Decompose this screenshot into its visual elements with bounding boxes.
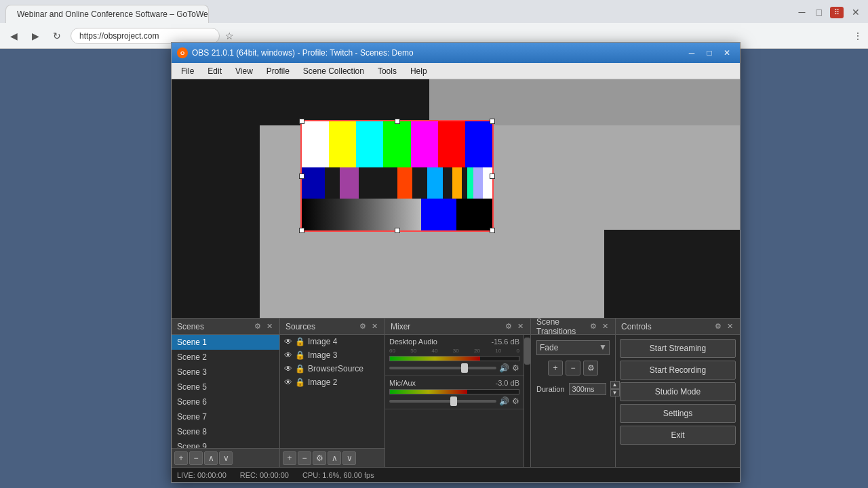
add-scene-btn[interactable]: +: [174, 451, 188, 465]
remove-transition-btn[interactable]: −: [566, 361, 580, 375]
mixer-panel-header: Mixer ⚙ ✕: [385, 319, 530, 335]
scene-item-2[interactable]: Scene 2: [172, 350, 279, 365]
mixer-scrollbar-thumb[interactable]: [524, 338, 530, 365]
menu-scene-collection[interactable]: Scene Collection: [296, 65, 371, 77]
obs-minimize-btn[interactable]: ─: [684, 47, 699, 59]
micaux-mute-btn[interactable]: 🔊: [499, 396, 509, 406]
start-recording-btn[interactable]: Start Recording: [620, 361, 736, 380]
source-settings-btn[interactable]: ⚙: [313, 451, 326, 465]
transition-select[interactable]: Fade: [536, 340, 610, 355]
move-source-up-btn[interactable]: ∧: [328, 451, 341, 465]
mixer-panel-close-btn[interactable]: ✕: [516, 322, 525, 331]
browser-tab[interactable]: Webinar and Online Conference Software –…: [5, 5, 209, 23]
desktop-audio-mute-btn[interactable]: 🔊: [499, 363, 509, 373]
mixer-panel-config-btn[interactable]: ⚙: [504, 322, 513, 331]
lock-icon-image3[interactable]: 🔒: [295, 350, 305, 360]
duration-input[interactable]: [569, 383, 606, 395]
lock-icon-image2[interactable]: 🔒: [295, 378, 305, 387]
minimize-browser-btn[interactable]: ─: [796, 4, 808, 20]
resize-handle-bl[interactable]: [299, 228, 304, 233]
scene-item-5[interactable]: Scene 5: [172, 380, 279, 394]
menu-file[interactable]: File: [174, 65, 201, 77]
tab-title: Webinar and Online Conference Software –…: [17, 9, 209, 19]
mixer-panel: Mixer ⚙ ✕ Desktop Audio -15.6 dB 60: [385, 319, 531, 467]
resize-handle-ml[interactable]: [299, 174, 304, 179]
micaux-meter-fill: [390, 390, 467, 394]
obs-maximize-btn[interactable]: □: [702, 47, 717, 59]
micaux-fader[interactable]: [389, 400, 496, 403]
micaux-settings-btn[interactable]: ⚙: [512, 396, 519, 406]
obs-close-btn[interactable]: ✕: [719, 47, 734, 59]
transitions-panel-close-btn[interactable]: ✕: [601, 322, 610, 331]
source-label-image3: Image 3: [308, 350, 337, 360]
desktop-audio-fader-thumb[interactable]: [461, 363, 468, 373]
scenes-panel-title: Scenes: [177, 322, 204, 331]
menu-profile[interactable]: Profile: [260, 65, 296, 77]
obs-statusbar: LIVE: 00:00:00 REC: 00:00:00 CPU: 1.6%, …: [172, 467, 740, 482]
start-streaming-btn[interactable]: Start Streaming: [620, 339, 736, 358]
mixer-desktop-audio: Desktop Audio -15.6 dB 60 50 40 30 20 10…: [385, 335, 524, 376]
settings-btn[interactable]: Settings: [620, 404, 736, 423]
source-item-browsersource[interactable]: 👁 🔒 BrowserSource: [280, 362, 384, 375]
maximize-browser-btn[interactable]: □: [814, 4, 825, 20]
transition-settings-btn[interactable]: ⚙: [583, 361, 598, 375]
forward-btn[interactable]: ▶: [27, 28, 43, 44]
tick-10: 10: [495, 348, 501, 354]
studio-mode-btn[interactable]: Studio Mode: [620, 382, 736, 401]
add-transition-btn[interactable]: +: [548, 361, 563, 375]
scenes-panel-close-btn[interactable]: ✕: [265, 322, 274, 331]
extensions-btn[interactable]: ⠿: [830, 7, 844, 18]
refresh-btn[interactable]: ↻: [49, 28, 65, 44]
scenes-panel-config-btn[interactable]: ⚙: [253, 322, 262, 331]
scene-item-7[interactable]: Scene 7: [172, 409, 279, 424]
source-item-image3[interactable]: 👁 🔒 Image 3: [280, 348, 384, 362]
exit-btn[interactable]: Exit: [620, 426, 736, 445]
desktop-audio-fader[interactable]: [389, 367, 496, 369]
lock-icon-browser[interactable]: 🔒: [295, 364, 305, 373]
eye-icon-image4[interactable]: 👁: [284, 337, 292, 346]
sources-panel-config-btn[interactable]: ⚙: [358, 322, 368, 331]
back-btn[interactable]: ◀: [5, 28, 22, 44]
menu-help[interactable]: Help: [403, 65, 434, 77]
resize-handle-tl[interactable]: [299, 119, 304, 124]
source-item-image2[interactable]: 👁 🔒 Image 2: [280, 375, 384, 389]
transitions-panel-config-btn[interactable]: ⚙: [589, 322, 598, 331]
scene-item-9[interactable]: Scene 9: [172, 439, 279, 448]
controls-panel-config-btn[interactable]: ⚙: [713, 322, 723, 331]
scene-item-1[interactable]: Scene 1: [172, 335, 279, 350]
resize-handle-tm[interactable]: [395, 119, 400, 124]
move-source-down-btn[interactable]: ∨: [342, 451, 356, 465]
close-browser-btn[interactable]: ✕: [849, 4, 863, 20]
eye-icon-image3[interactable]: 👁: [284, 350, 292, 360]
tick-50: 50: [410, 348, 416, 354]
controls-panel-close-btn[interactable]: ✕: [726, 322, 734, 331]
color-bars-source[interactable]: [300, 120, 494, 232]
menu-tools[interactable]: Tools: [371, 65, 403, 77]
resize-handle-tr[interactable]: [490, 119, 495, 124]
move-scene-down-btn[interactable]: ∨: [219, 451, 233, 465]
mixer-scrollbar[interactable]: [524, 335, 530, 467]
remove-scene-btn[interactable]: −: [189, 451, 203, 465]
address-bar[interactable]: [71, 28, 220, 44]
remove-source-btn[interactable]: −: [298, 451, 311, 465]
browser-menu-icon[interactable]: ⋮: [853, 30, 863, 41]
controls-panel-title: Controls: [621, 322, 652, 331]
micaux-fader-thumb[interactable]: [450, 396, 457, 406]
resize-handle-mr[interactable]: [490, 174, 495, 179]
scene-item-8[interactable]: Scene 8: [172, 424, 279, 439]
add-source-btn[interactable]: +: [283, 451, 296, 465]
resize-handle-bm[interactable]: [395, 228, 400, 233]
resize-handle-br[interactable]: [490, 228, 495, 233]
desktop-audio-settings-btn[interactable]: ⚙: [512, 363, 519, 373]
bookmark-icon[interactable]: ☆: [225, 30, 234, 41]
sources-panel-close-btn[interactable]: ✕: [370, 322, 379, 331]
scene-item-3[interactable]: Scene 3: [172, 365, 279, 380]
eye-icon-image2[interactable]: 👁: [284, 378, 292, 387]
source-item-image4[interactable]: 👁 🔒 Image 4: [280, 335, 384, 348]
eye-icon-browser[interactable]: 👁: [284, 364, 292, 373]
menu-view[interactable]: View: [229, 65, 260, 77]
move-scene-up-btn[interactable]: ∧: [204, 451, 218, 465]
lock-icon-image4[interactable]: 🔒: [295, 337, 305, 346]
menu-edit[interactable]: Edit: [201, 65, 229, 77]
scene-item-6[interactable]: Scene 6: [172, 394, 279, 409]
